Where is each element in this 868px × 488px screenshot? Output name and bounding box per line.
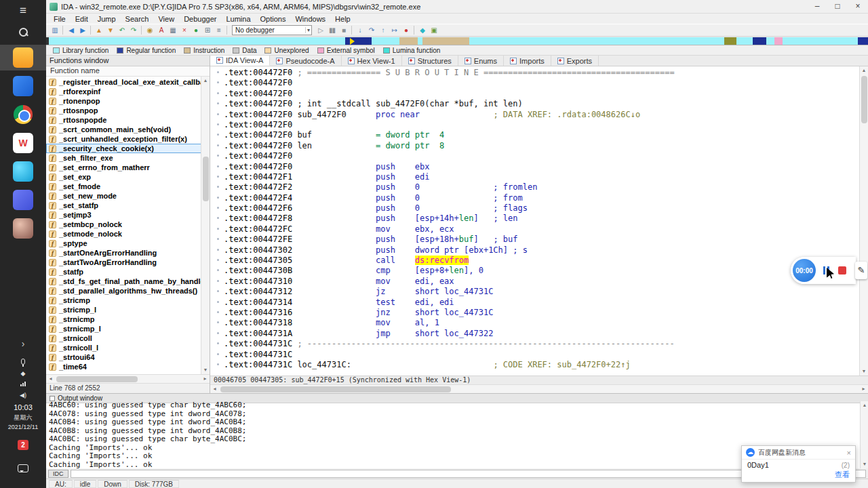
function-list-item[interactable]: f_strnicoll_l <box>46 343 210 352</box>
function-list-item[interactable]: f_scrt_unhandled_exception_filter(x) <box>46 134 210 144</box>
tab-imports[interactable]: Imports <box>504 56 551 66</box>
menu-item-options[interactable]: Options <box>256 15 291 23</box>
tab-ida-view-a[interactable]: IDA View-A <box>210 56 270 66</box>
function-list-item[interactable]: f_setjmp3 <box>46 210 210 220</box>
start-debugger-icon[interactable]: ▷ <box>315 25 326 36</box>
function-list-item[interactable]: f_startOneArgErrorHandling <box>46 248 210 258</box>
disasm-line[interactable]: .text:00447314 test edi, edi <box>217 298 868 308</box>
function-list-item[interactable]: f_strnicoll <box>46 333 210 343</box>
scroll-down-icon[interactable]: ▼ <box>860 367 868 375</box>
microphone-icon[interactable] <box>0 357 46 367</box>
function-list-item[interactable]: f_std_parallel_algorithms_hw_threads() <box>46 286 210 296</box>
function-list-item[interactable]: f_startTwoArgErrorHandling <box>46 258 210 267</box>
disasm-line[interactable]: .text:004472F4 push 0 ; from <box>217 193 868 203</box>
cli-language-chip[interactable]: IDC <box>48 470 68 478</box>
step-out-icon[interactable]: ↑ <box>377 25 389 36</box>
disasm-line[interactable]: .text:004472F0 <box>217 151 868 161</box>
disasm-line[interactable]: .text:004472F0 push ebx <box>217 162 868 172</box>
disasm-line[interactable]: .text:00447310 mov edi, eax <box>217 277 868 287</box>
lumina-icon[interactable]: ◆ <box>416 25 428 36</box>
titlebar[interactable]: IDA - win32_remote.exe D:\[P.Y.G]IDA Pro… <box>46 0 868 14</box>
notification-view-link[interactable]: 查看 <box>742 469 855 481</box>
menu-item-lumina[interactable]: Lumina <box>221 15 255 23</box>
disasm-line[interactable]: .text:00447312 jz short loc_44731C <box>217 287 868 297</box>
scroll-down-icon[interactable]: ▼ <box>861 460 868 468</box>
hex-dump-icon[interactable]: ▦ <box>167 25 178 36</box>
disasm-line[interactable]: .text:004472F6 push 0 ; flags <box>217 203 868 214</box>
expand-chevron-icon[interactable]: › <box>0 338 46 350</box>
disasm-line[interactable]: .text:0044731C <box>217 350 868 360</box>
forward-icon[interactable]: ▶ <box>77 25 88 36</box>
text-search-icon[interactable]: A <box>155 25 167 36</box>
scroll-up-icon[interactable]: ▲ <box>201 77 210 85</box>
chat-icon[interactable] <box>0 461 46 476</box>
function-list-item[interactable]: f_strnicmp <box>46 314 210 324</box>
function-list-item[interactable]: f_rtonenpop <box>46 96 210 106</box>
function-list-item[interactable]: f_rttosnpop <box>46 106 210 115</box>
menu-item-search[interactable]: Search <box>121 15 154 23</box>
scroll-right-icon[interactable]: ▸ <box>201 375 210 383</box>
disasm-line[interactable]: .text:004472F0 <box>217 89 868 99</box>
disassembly-scroll-thumb[interactable] <box>861 76 867 123</box>
functions-column-header[interactable]: Function name <box>46 66 210 77</box>
disasm-line[interactable]: .text:004472F8 push [esp+14h+len] ; len <box>217 214 868 224</box>
tab-exports[interactable]: Exports <box>551 56 599 66</box>
function-list-item[interactable]: f_strnicmp_l <box>46 324 210 333</box>
taskbar-app-wps[interactable]: W <box>0 130 46 156</box>
menu-item-file[interactable]: File <box>49 15 71 23</box>
debugger-selector[interactable]: No debugger▾ <box>232 25 312 35</box>
taskbar-app-chrome[interactable] <box>0 102 46 127</box>
output-vertical-scrollbar[interactable]: ▲ ▼ <box>860 401 868 468</box>
taskbar-app-blue[interactable] <box>0 73 46 99</box>
disasm-line[interactable]: .text:00447318 mov al, 1 <box>217 318 868 328</box>
function-list-item[interactable]: f_statfp <box>46 267 210 277</box>
taskbar-app-indigo[interactable] <box>0 187 46 213</box>
function-list-item[interactable]: f_time64 <box>46 362 210 371</box>
disasm-line[interactable]: .text:004472F1 push edi <box>217 172 868 182</box>
structures-icon[interactable]: ⊞ <box>201 25 213 36</box>
notification-close-icon[interactable]: × <box>847 449 851 457</box>
function-list-item[interactable]: f_rtforexpinf <box>46 87 210 96</box>
disassembly-view[interactable]: .text:004472F0 ; =============== S U B R… <box>210 66 868 375</box>
function-list-item[interactable]: f_set_statfp <box>46 201 210 210</box>
function-list-item[interactable]: f_set_exp <box>46 172 210 182</box>
function-list-item[interactable]: f_stricmp_l <box>46 305 210 314</box>
close-button[interactable]: × <box>848 0 868 13</box>
menu-item-debugger[interactable]: Debugger <box>179 15 221 23</box>
function-list-item[interactable]: f_setmbcp_nolock <box>46 220 210 229</box>
redo-icon[interactable]: ↷ <box>127 25 139 36</box>
scroll-down-icon[interactable]: ▼ <box>201 366 210 374</box>
functions-scroll-thumb[interactable] <box>203 157 209 201</box>
plugins-icon[interactable]: ▣ <box>428 25 439 36</box>
jump-down-icon[interactable]: ▼ <box>104 25 116 36</box>
taskbar-app-folder[interactable] <box>0 45 46 70</box>
disasm-line[interactable]: .text:0044731C loc_44731C: ; CODE XREF: … <box>217 360 868 370</box>
disasm-line[interactable]: .text:004472F0 ; int __stdcall sub_4472F… <box>217 99 868 109</box>
disassembly-hscroll-thumb[interactable] <box>220 386 451 392</box>
speaker-icon[interactable]: ◀) <box>0 390 46 400</box>
jump-up-icon[interactable]: ▲ <box>93 25 104 36</box>
function-list-item[interactable]: f_rttosnpopde <box>46 115 210 125</box>
disasm-line[interactable]: .text:004472F0 len = dword ptr 8 <box>217 141 868 151</box>
run-until-icon[interactable]: ↦ <box>389 25 400 36</box>
navigation-band[interactable] <box>46 37 868 45</box>
function-list-item[interactable]: f_sptype <box>46 239 210 248</box>
function-list-item[interactable]: f_set_new_mode <box>46 191 210 201</box>
disasm-line[interactable]: .text:004472F0 ; =============== S U B R… <box>217 68 868 78</box>
disasm-line[interactable]: .text:00447305 call ds:recvfrom <box>217 256 868 266</box>
function-list-item[interactable]: f_setmode_nolock <box>46 229 210 239</box>
disassembly-horizontal-scrollbar[interactable]: ◂ ▸ <box>210 384 868 393</box>
notification-body[interactable]: 0Day1 (2) <box>742 460 855 469</box>
disasm-line[interactable]: .text:004472F0 <box>217 120 868 130</box>
functions-hscroll-thumb[interactable] <box>56 376 138 382</box>
function-list-item[interactable]: f_seh_filter_exe <box>46 153 210 163</box>
disasm-line[interactable]: .text:0044731C ; -----------------------… <box>217 339 868 349</box>
function-list-item[interactable]: f_stricmp <box>46 296 210 305</box>
disasm-line[interactable]: .text:004472FE push [esp+18h+buf] ; buf <box>217 235 868 245</box>
disasm-line[interactable]: .text:00447302 push dword ptr [ebx+1Ch] … <box>217 245 868 256</box>
maximize-button[interactable]: □ <box>827 0 848 13</box>
back-icon[interactable]: ◀ <box>65 25 77 36</box>
pause-debugger-icon[interactable]: ▮▮ <box>326 25 338 36</box>
step-over-icon[interactable]: ↷ <box>366 25 377 36</box>
menu-item-edit[interactable]: Edit <box>71 15 93 23</box>
